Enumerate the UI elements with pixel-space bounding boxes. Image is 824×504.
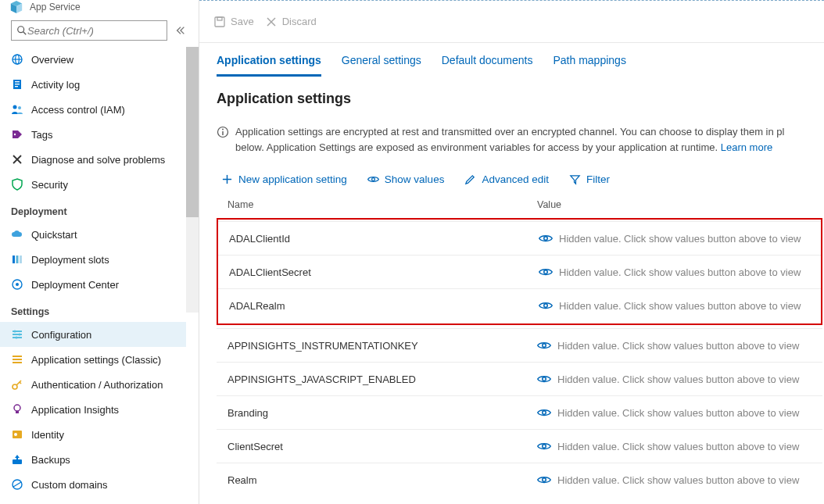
settings-action-bar: New application setting Show values Adva… [217,173,824,185]
sidebar: App Service OverviewActivity logAccess c… [0,0,199,504]
advanced-edit-button[interactable]: Advanced edit [464,173,549,185]
people-icon [11,103,23,116]
sidebar-item-diagnose[interactable]: Diagnose and solve problems [0,147,186,172]
list-icon [11,353,23,366]
sidebar-item-label: Activity log [31,79,80,91]
tools-icon [11,153,23,166]
filter-button[interactable]: Filter [569,173,610,185]
discard-icon [265,16,278,28]
sidebar-item-label: Security [31,179,68,191]
sidebar-group-header: Deployment [0,197,186,222]
sidebar-item-label: Application settings (Classic) [31,354,161,366]
setting-value-cell: Hidden value. Click show values button a… [537,407,811,419]
sidebar-item-deployment-slots[interactable]: Deployment slots [0,247,186,272]
eye-icon[interactable] [537,340,551,351]
setting-row[interactable]: APPINSIGHTS_JAVASCRIPT_ENABLEDHidden val… [217,362,822,395]
sidebar-item-label: Deployment slots [31,254,109,266]
setting-row[interactable]: ClientSecretHidden value. Click show val… [217,429,822,463]
eye-icon [367,173,379,185]
setting-row[interactable]: RealmHidden value. Click show values but… [217,463,822,496]
sidebar-item-configuration[interactable]: Configuration [0,322,186,347]
log-icon [11,78,23,91]
sidebar-item-quickstart[interactable]: Quickstart [0,222,186,247]
search-input[interactable] [27,25,162,37]
setting-name: ADALClientId [229,233,539,245]
eye-icon[interactable] [539,266,553,277]
sidebar-item-security[interactable]: Security [0,172,186,197]
sidebar-item-label: Application Insights [31,404,119,416]
sidebar-item-access-control[interactable]: Access control (IAM) [0,97,186,122]
eye-icon[interactable] [537,441,551,452]
discard-button[interactable]: Discard [265,16,317,28]
sidebar-item-label: Access control (IAM) [31,104,125,116]
tab-path-mappings[interactable]: Path mappings [553,54,625,77]
sidebar-item-label: Identity [31,429,64,441]
eye-icon[interactable] [537,374,551,384]
col-header-name[interactable]: Name [227,199,537,210]
tab-application-settings[interactable]: Application settings [217,54,321,77]
sidebar-item-auth[interactable]: Authentication / Authorization [0,372,186,397]
settings-tabs: Application settingsGeneral settingsDefa… [217,54,824,77]
sidebar-item-activity-log[interactable]: Activity log [0,72,186,97]
sidebar-item-app-settings-classic[interactable]: Application settings (Classic) [0,347,186,372]
info-message: Application settings are encrypted at re… [217,124,824,155]
table-header: Name Value [217,199,822,218]
resource-type-label: App Service [0,0,199,19]
sidebar-item-overview[interactable]: Overview [0,47,186,72]
show-values-button[interactable]: Show values [367,173,445,185]
setting-name: APPINSIGHTS_INSTRUMENTATIONKEY [227,340,537,352]
pencil-icon [464,173,476,185]
save-button[interactable]: Save [213,16,254,28]
sidebar-scrollbar-track[interactable] [186,47,199,313]
collapse-sidebar-button[interactable] [174,25,188,36]
setting-value-cell: Hidden value. Click show values button a… [539,233,810,245]
sliders-icon [11,328,23,341]
setting-row[interactable]: ADALClientIdHidden value. Click show val… [218,221,821,255]
sidebar-scrollbar-thumb[interactable] [186,47,199,217]
eye-icon[interactable] [537,474,551,485]
col-header-value[interactable]: Value [537,199,811,210]
sidebar-item-label: Tags [31,129,52,141]
hidden-value-text: Hidden value. Click show values button a… [557,441,799,452]
setting-row[interactable]: BrandingHidden value. Click show values … [217,395,822,429]
setting-row[interactable]: ADALClientSecretHidden value. Click show… [218,255,821,288]
sidebar-item-identity[interactable]: Identity [0,422,186,447]
new-setting-button[interactable]: New application setting [221,173,347,185]
eye-icon[interactable] [537,407,551,418]
hidden-value-text: Hidden value. Click show values button a… [559,300,801,312]
info-text-line2: below. Application Settings are exposed … [235,141,721,153]
info-text-line1: Application settings are encrypted at re… [235,126,784,138]
setting-name: Realm [227,474,537,486]
sidebar-item-custom-domains[interactable]: Custom domains [0,472,186,497]
sidebar-item-label: Overview [31,54,73,66]
sidebar-item-label: Custom domains [31,479,108,491]
setting-value-cell: Hidden value. Click show values button a… [537,441,811,452]
sidebar-item-label: Backups [31,454,70,466]
hidden-value-text: Hidden value. Click show values button a… [557,340,799,352]
save-icon [213,16,226,28]
eye-icon[interactable] [539,300,553,311]
sidebar-item-app-insights[interactable]: Application Insights [0,397,186,422]
domain-icon [11,478,23,491]
eye-icon[interactable] [539,233,553,244]
plus-icon [221,173,233,185]
setting-name: Branding [227,407,537,419]
key-icon [11,378,23,391]
sidebar-item-backups[interactable]: Backups [0,447,186,472]
sidebar-search[interactable] [11,20,167,41]
backup-icon [11,453,23,466]
tab-default-documents[interactable]: Default documents [442,54,533,77]
setting-row[interactable]: APPINSIGHTS_INSTRUMENTATIONKEYHidden val… [217,328,822,362]
sidebar-group-header: Settings [0,297,186,322]
learn-more-link[interactable]: Learn more [721,141,772,153]
setting-name: ADALRealm [229,300,539,312]
setting-name: ClientSecret [227,441,537,452]
sidebar-item-label: Diagnose and solve problems [31,154,165,166]
tab-general-settings[interactable]: General settings [342,54,421,77]
filter-label: Filter [586,173,610,185]
sidebar-item-tags[interactable]: Tags [0,122,186,147]
sidebar-item-deployment-center[interactable]: Deployment Center [0,272,186,297]
hidden-value-text: Hidden value. Click show values button a… [557,474,799,486]
highlighted-settings-group: ADALClientIdHidden value. Click show val… [217,218,822,325]
setting-row[interactable]: ADALRealmHidden value. Click show values… [218,288,821,322]
